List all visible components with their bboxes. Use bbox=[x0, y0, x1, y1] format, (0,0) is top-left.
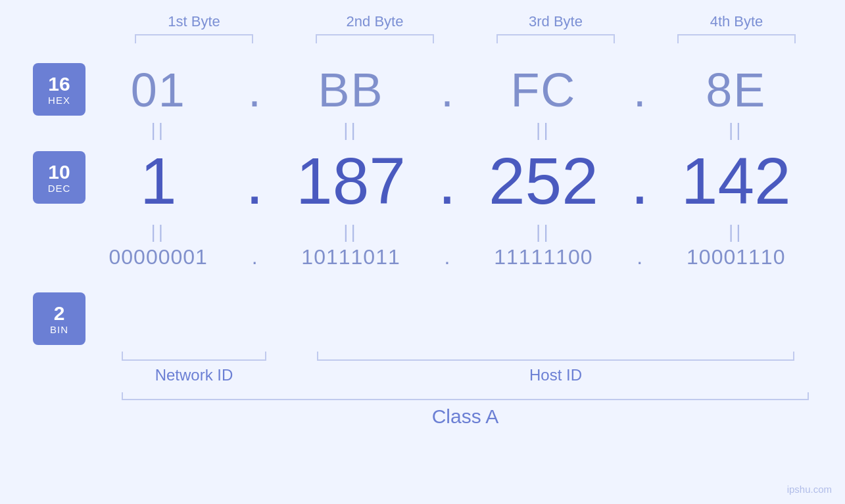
dot-hex-2: . bbox=[431, 63, 464, 117]
hex-badge: 16 HEX bbox=[33, 63, 85, 116]
network-bracket-wrap: Network ID bbox=[104, 352, 285, 384]
bin-badge: 2 BIN bbox=[33, 292, 85, 345]
dot-dec-2: . bbox=[431, 143, 464, 219]
bottom-bracket-area: Network ID Host ID bbox=[104, 352, 827, 384]
main-container: 1st Byte 2nd Byte 3rd Byte 4th Byte 16 H… bbox=[0, 0, 845, 504]
dec-byte-1: 1 bbox=[93, 143, 224, 219]
class-bracket bbox=[122, 392, 809, 400]
dec-byte-4: 142 bbox=[670, 143, 802, 219]
dot-hex-3: . bbox=[623, 63, 656, 117]
host-id-label: Host ID bbox=[529, 366, 582, 384]
dot-dec-3: . bbox=[623, 143, 656, 219]
values-block: 01 . BB . FC . 8E || || || || 1 . bbox=[85, 63, 809, 269]
bracket-top-1 bbox=[135, 34, 253, 43]
hex-byte-2: BB bbox=[285, 63, 417, 117]
dec-byte-3: 252 bbox=[477, 143, 609, 219]
hex-byte-1: 01 bbox=[93, 63, 224, 117]
byte-label-3: 3rd Byte bbox=[483, 13, 628, 30]
host-bracket bbox=[317, 352, 794, 361]
bin-byte-3: 11111100 bbox=[477, 245, 609, 269]
eq2-1: || bbox=[93, 221, 224, 242]
class-label: Class A bbox=[432, 405, 499, 428]
network-bracket bbox=[122, 352, 266, 361]
byte-labels-row: 1st Byte 2nd Byte 3rd Byte 4th Byte bbox=[104, 13, 827, 30]
eq2-3: || bbox=[477, 221, 609, 242]
network-host-row: Network ID Host ID bbox=[104, 352, 827, 384]
top-brackets bbox=[104, 34, 827, 43]
byte-label-4: 4th Byte bbox=[664, 13, 809, 30]
hex-row: 01 . BB . FC . 8E bbox=[85, 63, 809, 117]
watermark: ipshu.com bbox=[787, 484, 832, 495]
dot-bin-2: . bbox=[431, 245, 464, 269]
dec-row: 1 . 187 . 252 . 142 bbox=[85, 143, 809, 219]
byte-label-2: 2nd Byte bbox=[302, 13, 447, 30]
bin-row: 00000001 . 10111011 . 11111100 . 1000111… bbox=[85, 245, 809, 269]
dec-byte-2: 187 bbox=[285, 143, 417, 219]
equals-row-2: || || || || bbox=[85, 221, 809, 242]
host-bracket-wrap: Host ID bbox=[285, 352, 827, 384]
byte-label-1: 1st Byte bbox=[122, 13, 266, 30]
hex-byte-3: FC bbox=[477, 63, 609, 117]
eq-1: || bbox=[93, 120, 224, 141]
main-area: 16 HEX 10 DEC 2 BIN 01 . BB . FC bbox=[0, 63, 845, 345]
eq2-4: || bbox=[670, 221, 802, 242]
bracket-top-4 bbox=[677, 34, 796, 43]
dot-hex-1: . bbox=[238, 63, 271, 117]
network-id-label: Network ID bbox=[155, 366, 233, 384]
dot-dec-1: . bbox=[238, 143, 271, 219]
bin-byte-4: 10001110 bbox=[670, 245, 802, 269]
eq-2: || bbox=[285, 120, 417, 141]
bracket-top-3 bbox=[496, 34, 615, 43]
bin-byte-1: 00000001 bbox=[93, 245, 224, 269]
eq-3: || bbox=[477, 120, 609, 141]
eq2-2: || bbox=[285, 221, 417, 242]
dot-bin-3: . bbox=[623, 245, 656, 269]
left-labels: 16 HEX 10 DEC 2 BIN bbox=[0, 63, 85, 345]
dot-bin-1: . bbox=[238, 245, 271, 269]
bin-byte-2: 10111011 bbox=[285, 245, 417, 269]
eq-4: || bbox=[670, 120, 802, 141]
bracket-top-2 bbox=[316, 34, 434, 43]
equals-row-1: || || || || bbox=[85, 120, 809, 141]
dec-badge: 10 DEC bbox=[33, 151, 85, 204]
hex-byte-4: 8E bbox=[670, 63, 802, 117]
class-row: Class A bbox=[104, 392, 827, 428]
